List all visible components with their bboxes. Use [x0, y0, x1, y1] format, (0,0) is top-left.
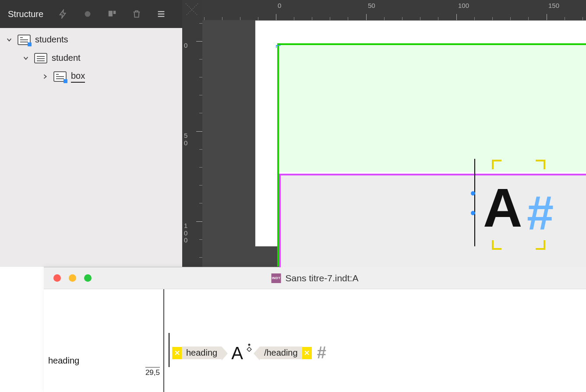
chevron-right-icon[interactable] [41, 74, 49, 80]
tag-close-label: /heading [260, 346, 302, 359]
document-page[interactable]: ⌐ A # [255, 20, 586, 247]
tree-node-label: student [52, 53, 81, 64]
tree-node-student[interactable]: student [0, 49, 182, 67]
ruler-tick-label: 150 [548, 2, 559, 9]
end-of-story-glyph: # [527, 189, 554, 237]
panel-menu-icon[interactable] [156, 9, 166, 19]
frame-handle[interactable] [471, 191, 475, 196]
paragraph-style-size: 29,5 [145, 367, 160, 377]
panel-header-icons [58, 9, 166, 19]
story-editor-titlebar[interactable]: INDT Sans titre-7.indt:A [44, 267, 586, 289]
selection-corner-icon [536, 240, 545, 250]
ruler-origin-corner[interactable] [182, 0, 202, 20]
story-content-area[interactable]: heading A /heading # [164, 289, 586, 392]
svg-point-0 [85, 11, 91, 17]
element-icon [34, 53, 47, 63]
tree-node-label: students [35, 35, 68, 46]
tag-open-marker[interactable]: heading [172, 346, 228, 359]
lightning-icon[interactable] [58, 9, 68, 19]
page-split-icon[interactable] [107, 9, 117, 19]
chevron-down-icon[interactable] [22, 55, 30, 61]
trash-icon[interactable] [132, 9, 141, 19]
tag-open-label: heading [182, 346, 222, 359]
element-icon [53, 71, 67, 82]
ruler-tick-label: 0 [184, 42, 187, 49]
window-zoom-button[interactable] [84, 274, 92, 282]
document-area: 0 50 100 150 0 50 100 ⌐ A # [182, 0, 586, 267]
selection-corner-icon [492, 160, 501, 169]
tag-close-marker[interactable]: /heading [254, 346, 312, 359]
tag-marker-icon [302, 347, 312, 359]
ruler-tick-label: 100 [458, 2, 469, 9]
structure-panel-header: Structure [0, 0, 182, 28]
svg-rect-2 [113, 11, 116, 14]
ruler-tick-label: 50 [368, 2, 375, 9]
window-minimize-button[interactable] [69, 274, 76, 282]
element-icon [18, 35, 31, 45]
tree-node-box[interactable]: box [0, 67, 182, 86]
text-caret [474, 159, 475, 246]
svg-rect-1 [109, 11, 113, 17]
end-of-story-marker: # [314, 343, 326, 362]
window-title: INDT Sans titre-7.indt:A [272, 273, 359, 284]
svg-rect-4 [35, 53, 47, 63]
tag-marker-icon [172, 347, 182, 359]
tagged-text-row: heading A /heading # [172, 343, 326, 362]
window-controls [44, 274, 92, 282]
ruler-tick-label: 0 [278, 2, 281, 9]
window-title-text: Sans titre-7.indt:A [286, 273, 359, 284]
story-caret [169, 333, 169, 367]
story-editor-window: INDT Sans titre-7.indt:A heading 29,5 he… [44, 267, 586, 392]
ruler-tick-label: 50 [184, 132, 187, 147]
anchored-object-marker-icon [247, 343, 252, 354]
panel-title: Structure [8, 9, 43, 19]
in-port-icon[interactable]: ⌐ [275, 40, 281, 51]
frame-handle[interactable] [471, 211, 475, 215]
svg-rect-9 [247, 347, 251, 351]
indt-document-icon: INDT [272, 273, 281, 283]
paragraph-style-name: heading [48, 356, 79, 366]
vertical-ruler[interactable]: 0 50 100 [182, 20, 202, 267]
window-close-button[interactable] [53, 274, 61, 282]
chevron-down-icon[interactable] [5, 37, 13, 43]
tree-node-students[interactable]: students [0, 31, 182, 49]
paragraph-style-column: heading 29,5 [44, 289, 164, 392]
ruler-tick-label: 100 [184, 222, 187, 244]
structure-panel: students student box [0, 28, 182, 267]
selection-corner-icon [492, 240, 501, 250]
tree-node-label: box [71, 71, 85, 83]
horizontal-ruler[interactable]: 0 50 100 150 [202, 0, 586, 20]
story-text-content[interactable]: A [229, 344, 245, 362]
master-text-glyph: A [483, 181, 522, 235]
record-icon[interactable] [83, 9, 92, 19]
selection-corner-icon [536, 160, 545, 169]
xml-structure-tree: students student box [0, 28, 182, 86]
svg-point-8 [248, 343, 250, 346]
